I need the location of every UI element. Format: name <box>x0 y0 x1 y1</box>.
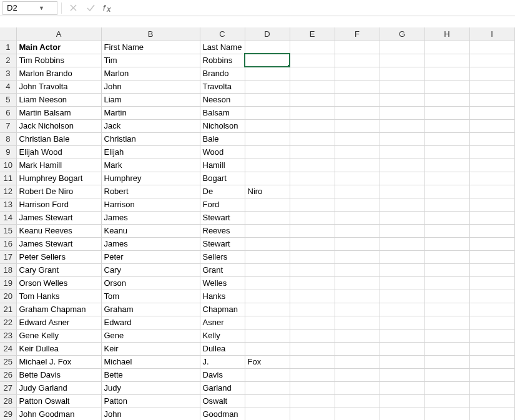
cell-B24[interactable]: Keir <box>101 342 200 355</box>
cell-C27[interactable]: Garland <box>200 381 245 394</box>
row-header-22[interactable]: 22 <box>0 316 16 329</box>
row-header-7[interactable]: 7 <box>0 119 16 132</box>
cell-F26[interactable] <box>335 368 380 381</box>
cell-F16[interactable] <box>335 237 380 250</box>
row-header-21[interactable]: 21 <box>0 303 16 316</box>
cell-I11[interactable] <box>469 172 514 185</box>
cell-H22[interactable] <box>424 316 469 329</box>
chevron-down-icon[interactable]: ▼ <box>30 5 53 11</box>
column-header-H[interactable]: H <box>424 27 469 41</box>
cell-I28[interactable] <box>469 394 514 408</box>
cell-D28[interactable] <box>245 394 290 408</box>
cell-C4[interactable]: Travolta <box>200 80 245 93</box>
cell-C11[interactable]: Bogart <box>200 172 245 185</box>
cell-F19[interactable] <box>335 276 380 290</box>
cell-H1[interactable] <box>424 41 469 54</box>
cell-I8[interactable] <box>469 132 514 145</box>
cell-H3[interactable] <box>424 67 469 80</box>
cell-G1[interactable] <box>380 41 424 54</box>
cell-H11[interactable] <box>424 172 469 185</box>
cell-H26[interactable] <box>424 368 469 381</box>
cell-A17[interactable]: Peter Sellers <box>16 250 101 263</box>
cell-B27[interactable]: Judy <box>101 381 200 394</box>
row-header-27[interactable]: 27 <box>0 381 16 394</box>
row-header-3[interactable]: 3 <box>0 67 16 80</box>
cell-E1[interactable] <box>290 41 335 54</box>
cell-A15[interactable]: Keanu Reeves <box>16 224 101 237</box>
cell-G17[interactable] <box>380 250 424 263</box>
cell-F21[interactable] <box>335 303 380 316</box>
row-header-24[interactable]: 24 <box>0 342 16 355</box>
cell-G14[interactable] <box>380 211 424 224</box>
row-header-17[interactable]: 17 <box>0 250 16 263</box>
cell-G16[interactable] <box>380 237 424 250</box>
cell-G11[interactable] <box>380 172 424 185</box>
cell-G29[interactable] <box>380 408 424 420</box>
cell-G24[interactable] <box>380 342 424 355</box>
row-header-11[interactable]: 11 <box>0 172 16 185</box>
cell-I3[interactable] <box>469 67 514 80</box>
cell-B3[interactable]: Marlon <box>101 67 200 80</box>
cell-B17[interactable]: Peter <box>101 250 200 263</box>
cell-I15[interactable] <box>469 224 514 237</box>
cell-F1[interactable] <box>335 41 380 54</box>
cell-G28[interactable] <box>380 394 424 408</box>
cell-C17[interactable]: Sellers <box>200 250 245 263</box>
cell-H20[interactable] <box>424 290 469 303</box>
row-header-5[interactable]: 5 <box>0 93 16 106</box>
cell-H10[interactable] <box>424 159 469 172</box>
cell-B12[interactable]: Robert <box>101 185 200 198</box>
cell-A9[interactable]: Elijah Wood <box>16 145 101 159</box>
cell-H2[interactable] <box>424 54 469 67</box>
cell-F28[interactable] <box>335 394 380 408</box>
cell-D15[interactable] <box>245 224 290 237</box>
cell-E12[interactable] <box>290 185 335 198</box>
cell-C20[interactable]: Hanks <box>200 290 245 303</box>
cell-D1[interactable] <box>245 41 290 54</box>
cell-H9[interactable] <box>424 145 469 159</box>
cell-F5[interactable] <box>335 93 380 106</box>
cell-A8[interactable]: Christian Bale <box>16 132 101 145</box>
cell-D2[interactable] <box>245 54 290 67</box>
column-header-C[interactable]: C <box>200 27 245 41</box>
cell-C29[interactable]: Goodman <box>200 408 245 420</box>
cell-H6[interactable] <box>424 106 469 119</box>
cell-A27[interactable]: Judy Garland <box>16 381 101 394</box>
cell-E3[interactable] <box>290 67 335 80</box>
cell-I10[interactable] <box>469 159 514 172</box>
cell-D7[interactable] <box>245 119 290 132</box>
cell-B18[interactable]: Cary <box>101 263 200 276</box>
cell-E16[interactable] <box>290 237 335 250</box>
cell-G8[interactable] <box>380 132 424 145</box>
cell-H12[interactable] <box>424 185 469 198</box>
cell-C25[interactable]: J. <box>200 355 245 368</box>
cell-E17[interactable] <box>290 250 335 263</box>
cell-C24[interactable]: Dullea <box>200 342 245 355</box>
cell-E18[interactable] <box>290 263 335 276</box>
cell-I5[interactable] <box>469 93 514 106</box>
cell-B5[interactable]: Liam <box>101 93 200 106</box>
cell-A3[interactable]: Marlon Brando <box>16 67 101 80</box>
cell-A24[interactable]: Keir Dullea <box>16 342 101 355</box>
cell-B10[interactable]: Mark <box>101 159 200 172</box>
cell-C28[interactable]: Oswalt <box>200 394 245 408</box>
cell-G7[interactable] <box>380 119 424 132</box>
cell-H16[interactable] <box>424 237 469 250</box>
cell-C15[interactable]: Reeves <box>200 224 245 237</box>
cell-C2[interactable]: Robbins <box>200 54 245 67</box>
cell-I2[interactable] <box>469 54 514 67</box>
cell-D9[interactable] <box>245 145 290 159</box>
cell-I7[interactable] <box>469 119 514 132</box>
cell-E20[interactable] <box>290 290 335 303</box>
cell-B21[interactable]: Graham <box>101 303 200 316</box>
cell-G22[interactable] <box>380 316 424 329</box>
cell-E24[interactable] <box>290 342 335 355</box>
cell-I24[interactable] <box>469 342 514 355</box>
cell-B1[interactable]: First Name <box>101 41 200 54</box>
cell-F2[interactable] <box>335 54 380 67</box>
cell-A5[interactable]: Liam Neeson <box>16 93 101 106</box>
cell-G20[interactable] <box>380 290 424 303</box>
cell-B29[interactable]: John <box>101 408 200 420</box>
cell-B20[interactable]: Tom <box>101 290 200 303</box>
cell-F8[interactable] <box>335 132 380 145</box>
